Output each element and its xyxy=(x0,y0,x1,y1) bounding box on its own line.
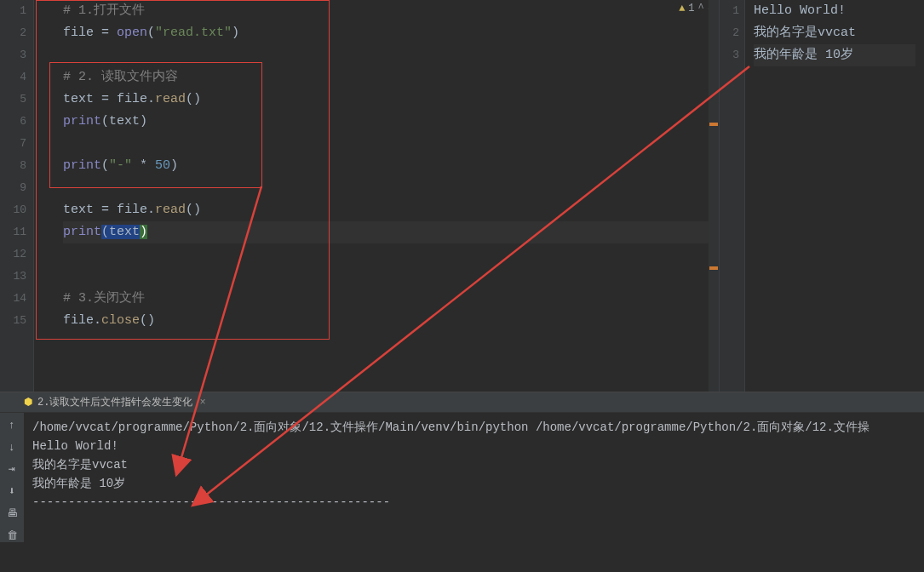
error-stripe[interactable] xyxy=(709,0,719,392)
code-comment: # 2. 读取文件内容 xyxy=(63,70,178,84)
up-stack-icon[interactable]: ↑ xyxy=(5,418,19,432)
line-number: 9 xyxy=(0,177,26,199)
trash-icon[interactable]: 🗑 xyxy=(5,529,19,542)
console-output[interactable]: /home/vvcat/programme/Python/2.面向对象/12.文… xyxy=(24,413,924,542)
line-number: 13 xyxy=(0,266,26,288)
line-number: 10 xyxy=(0,199,26,221)
run-toolbar: ↑ ↓ ⇥ ⬇ 🖶 🗑 xyxy=(0,413,24,542)
editor-gutter: 1 2 3 4 5 6 7 8 9 10 11 12 13 14 15 xyxy=(0,0,34,392)
code-fn: open xyxy=(117,26,147,40)
code-fn: print xyxy=(63,114,101,129)
stripe-mark[interactable] xyxy=(709,123,718,126)
file-line: 我的名字是vvcat xyxy=(754,22,915,44)
console-line: ----------------------------------------… xyxy=(32,493,915,512)
code-id: file xyxy=(63,26,94,40)
code-fn: read xyxy=(155,92,186,106)
line-number: 11 xyxy=(0,221,26,243)
code-fn: read xyxy=(155,203,186,217)
line-number: 3 xyxy=(720,44,739,66)
file-line: 我的年龄是 10岁 xyxy=(754,44,915,66)
line-number: 2 xyxy=(720,22,739,44)
run-panel: ⬢ 2.读取文件后文件指针会发生变化 × ↑ ↓ ⇥ ⬇ 🖶 🗑 /home/v… xyxy=(0,392,924,542)
prev-warning-button[interactable]: ^ xyxy=(698,3,704,14)
line-number: 5 xyxy=(0,89,26,111)
line-number: 14 xyxy=(0,288,26,310)
file-line: Hello World! xyxy=(754,0,915,22)
console-line: 我的年龄是 10岁 xyxy=(32,474,915,493)
console-line: 我的名字是vvcat xyxy=(32,455,915,474)
run-tab-bar: ⬢ 2.读取文件后文件指针会发生变化 × xyxy=(0,392,924,413)
line-number: 3 xyxy=(0,44,26,66)
line-number: 4 xyxy=(0,66,26,89)
line-number: 8 xyxy=(0,155,26,177)
line-number: 15 xyxy=(0,310,26,332)
line-number: 6 xyxy=(0,111,26,133)
side-gutter: 1 2 3 xyxy=(720,0,745,392)
run-command: /home/vvcat/programme/Python/2.面向对象/12.文… xyxy=(32,418,915,437)
code-comment: # 1.打开文件 xyxy=(63,3,145,18)
code-id: text xyxy=(63,92,94,106)
code-editor[interactable]: 1 2 3 4 5 6 7 8 9 10 11 12 13 14 15 ▲ 1 … xyxy=(0,0,719,392)
warning-count: 1 xyxy=(688,3,694,14)
console-line: Hello World! xyxy=(32,437,915,455)
print-icon[interactable]: 🖶 xyxy=(5,506,19,520)
line-number: 2 xyxy=(0,22,26,44)
code-id: text xyxy=(63,203,94,217)
code-fn: close xyxy=(101,313,140,328)
line-number: 1 xyxy=(0,0,26,22)
current-line[interactable]: print(text) xyxy=(63,221,719,243)
code-fn: print xyxy=(63,158,101,173)
scroll-end-icon[interactable]: ⬇ xyxy=(5,484,19,498)
side-editor[interactable]: 1 2 3 Hello World! 我的名字是vvcat 我的年龄是 10岁 xyxy=(719,0,924,392)
line-number: 7 xyxy=(0,133,26,155)
code-fn: print xyxy=(63,225,101,239)
softwrap-icon[interactable]: ⇥ xyxy=(5,462,19,476)
code-comment: # 3.关闭文件 xyxy=(63,291,145,306)
line-number: 12 xyxy=(0,243,26,266)
code-string: "read.txt" xyxy=(155,26,232,40)
down-stack-icon[interactable]: ↓ xyxy=(5,440,19,454)
stripe-mark[interactable] xyxy=(709,266,718,270)
python-icon: ⬢ xyxy=(24,396,32,409)
run-tab-title[interactable]: 2.读取文件后文件指针会发生变化 xyxy=(37,395,192,409)
line-number: 1 xyxy=(720,0,739,22)
close-tab-button[interactable]: × xyxy=(199,397,205,409)
warning-icon: ▲ xyxy=(679,3,685,14)
